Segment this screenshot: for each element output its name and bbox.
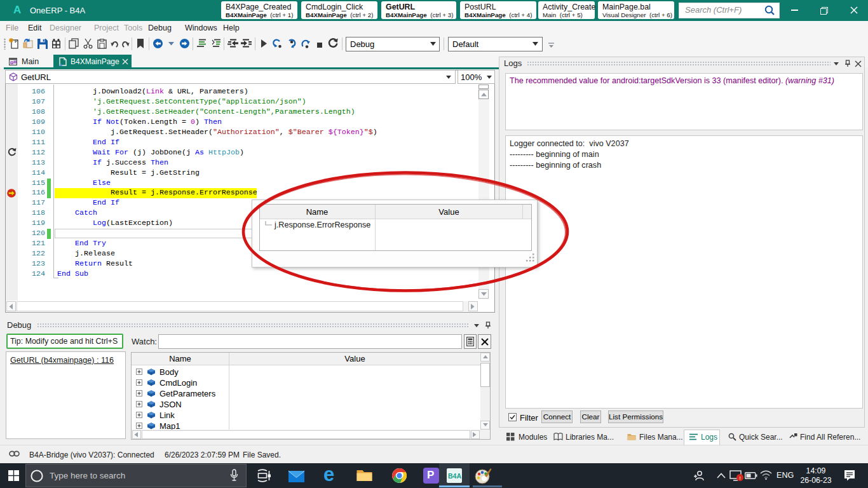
svg-text:!: ! bbox=[739, 475, 740, 481]
